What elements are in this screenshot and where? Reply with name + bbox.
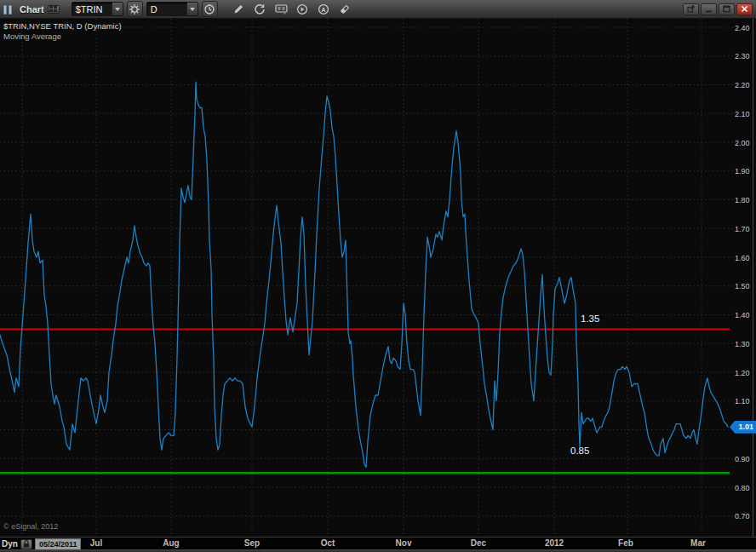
time-clock-icon[interactable] [202, 1, 218, 17]
month-label: Feb [618, 538, 633, 548]
month-label: 2012 [545, 538, 564, 548]
chart-window: Chart $TRIN D [0, 0, 756, 552]
y-tick-label: 1.70 [735, 225, 750, 233]
month-label: Jul [90, 538, 102, 548]
y-tick-label: 0.70 [735, 512, 750, 520]
lock-icon[interactable] [20, 539, 32, 549]
start-date-field[interactable]: 05/24/2011 [35, 538, 82, 550]
play-circle-icon[interactable] [295, 2, 310, 17]
toolbar: Chart $TRIN D [0, 0, 756, 19]
symbol-dropdown[interactable]: $TRIN [72, 2, 123, 16]
chevron-down-icon[interactable] [186, 3, 198, 15]
month-label: Sep [244, 538, 260, 548]
copyright-text: © eSignal, 2012 [3, 522, 58, 531]
y-tick-label: 1.80 [735, 196, 750, 204]
symbol-value: $TRIN [72, 4, 112, 14]
interval-dropdown[interactable]: D [146, 2, 198, 16]
y-tick-label: 2.10 [735, 110, 750, 118]
close-icon[interactable] [736, 3, 753, 15]
popout-icon[interactable] [683, 3, 699, 15]
last-price-tag: 1.01 [730, 421, 756, 434]
y-tick-label: 1.50 [735, 282, 750, 290]
threshold-line-label: 1.35 [581, 313, 599, 324]
draw-pencil-icon[interactable] [232, 2, 246, 17]
y-tick-label: 1.40 [735, 311, 750, 319]
chart-window-icon [3, 3, 15, 14]
month-label: Nov [396, 538, 412, 548]
y-tick-label: 2.40 [735, 24, 750, 32]
eraser-icon[interactable] [338, 2, 352, 17]
chart-title: $TRIN,NYSE TRIN, D (Dynamic) [3, 21, 122, 31]
maximize-icon[interactable] [719, 3, 735, 15]
month-label: Aug [163, 538, 179, 548]
chevron-down-icon[interactable] [112, 3, 123, 15]
y-tick-label: 1.10 [735, 397, 750, 405]
link-badge-icon[interactable] [48, 5, 60, 14]
symbol-lookup-gear-icon[interactable] [127, 1, 143, 17]
axis-border [753, 19, 753, 537]
y-tick-label: 2.20 [735, 81, 750, 89]
y-tick-label: 2.00 [735, 139, 750, 147]
month-label: Dec [471, 538, 486, 548]
y-tick-label: 1.90 [735, 167, 750, 175]
window-controls [683, 3, 753, 15]
auto-a-circle-icon[interactable]: A [317, 2, 331, 17]
x-axis-bar[interactable]: Dyn 05/24/2011 JulAugSepOctNovDec2012Feb… [0, 537, 756, 549]
chart-canvas[interactable] [0, 0, 756, 552]
y-tick-label: 1.20 [735, 369, 750, 377]
threshold-line-label: 0.85 [570, 446, 589, 456]
y-tick-label: 2.30 [735, 52, 750, 60]
interval-value: D [147, 4, 186, 14]
y-tick-label: 0.90 [735, 455, 750, 463]
chart-study-label: Moving Average [3, 32, 61, 41]
month-label: Mar [690, 538, 706, 548]
y-tick-label: 0.80 [735, 484, 750, 492]
month-label: Oct [321, 538, 335, 548]
svg-text:A: A [322, 5, 327, 13]
refresh-icon[interactable] [253, 2, 267, 17]
y-tick-label: 1.30 [735, 340, 750, 348]
minimize-icon[interactable] [701, 3, 717, 15]
quote-screen-icon[interactable] [274, 2, 289, 17]
dynamic-mode-label: Dyn [2, 539, 18, 549]
y-tick-label: 1.60 [735, 254, 750, 262]
window-title: Chart [20, 4, 44, 14]
